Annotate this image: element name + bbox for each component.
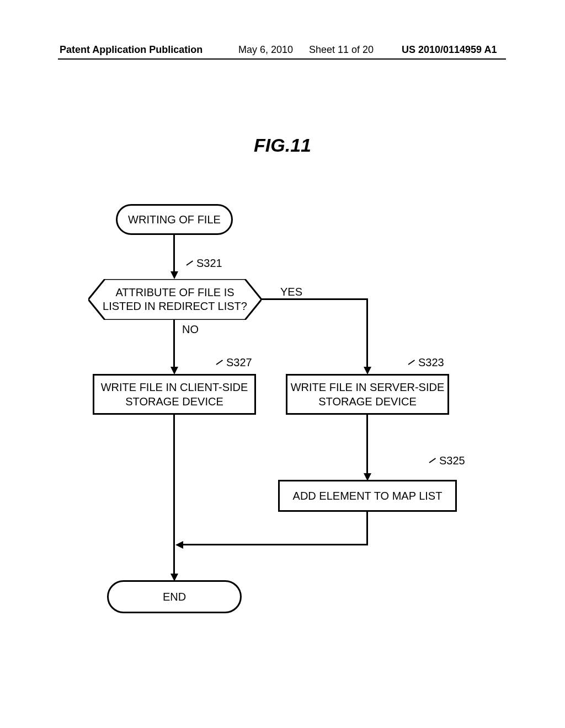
step-label-s327: S327 [226,356,252,369]
arrowhead-yes-s323 [364,367,371,374]
start-terminator: WRITING OF FILE [116,204,233,235]
arrowhead-start-decision [170,271,178,279]
decision-text-line: ATTRIBUTE OF FILE IS LISTED IN REDIRECT … [88,286,262,313]
step-marker-s327 [216,364,226,370]
step-label-s321: S321 [196,257,222,270]
step-marker-s321 [186,265,196,270]
step-label-s323: S323 [418,356,444,369]
edge-s325-merge-h [182,544,368,545]
decision-attribute: ATTRIBUTE OF FILE IS LISTED IN REDIRECT … [88,279,262,320]
process-map-list: ADD ELEMENT TO MAP LIST [278,480,457,512]
process-client-write-text: WRITE FILE IN CLIENT-SIDE STORAGE DEVICE [101,380,248,409]
arrowhead-merge [175,541,183,549]
header-rule [58,58,506,60]
edge-label-no: NO [182,323,199,336]
edge-s323-s325 [366,415,368,474]
process-server-write: WRITE FILE IN SERVER-SIDE STORAGE DEVICE [286,374,449,415]
edge-yes-v [366,298,368,368]
arrowhead-no-s327 [170,367,178,374]
end-label: END [163,591,186,603]
start-label: WRITING OF FILE [128,213,221,226]
edge-s325-merge-v [366,512,368,545]
sheet-number: Sheet 11 of 20 [309,44,374,56]
end-terminator: END [107,580,242,613]
step-label-s325: S325 [439,454,465,467]
edge-no-v [173,320,175,368]
decision-text: ATTRIBUTE OF FILE IS LISTED IN REDIRECT … [88,286,262,313]
edge-yes-h [262,298,368,300]
publication-number: US 2010/0114959 A1 [402,44,497,56]
process-server-write-text: WRITE FILE IN SERVER-SIDE STORAGE DEVICE [291,380,445,409]
process-client-write: WRITE FILE IN CLIENT-SIDE STORAGE DEVICE [93,374,256,415]
page-header: Patent Application Publication May 6, 20… [0,43,565,58]
edge-start-decision [173,235,175,272]
edge-label-yes: YES [280,286,302,298]
step-marker-s323 [408,364,418,370]
publication-label: Patent Application Publication [60,44,202,56]
edge-s327-end [173,415,175,575]
figure-title: FIG.11 [0,135,565,156]
publication-date: May 6, 2010 [238,44,293,56]
step-marker-s325 [429,462,439,468]
process-map-list-text: ADD ELEMENT TO MAP LIST [293,489,443,503]
